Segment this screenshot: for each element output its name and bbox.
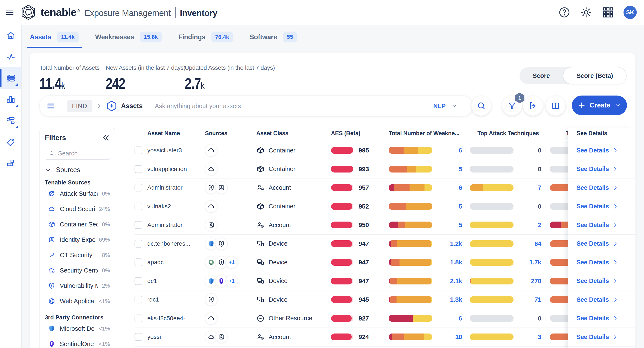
attack-techniques-count[interactable]: 0 bbox=[538, 315, 541, 322]
more-sources-badge[interactable]: +1 bbox=[226, 275, 238, 287]
severity-bar[interactable] bbox=[388, 221, 432, 228]
severity-bar[interactable] bbox=[470, 240, 514, 247]
app-launcher-grid-icon[interactable] bbox=[602, 6, 614, 18]
severity-bar[interactable] bbox=[388, 334, 432, 340]
row-checkbox[interactable] bbox=[134, 184, 142, 191]
severity-bar[interactable] bbox=[470, 334, 514, 340]
attack-techniques-count[interactable]: 2 bbox=[538, 221, 541, 229]
severity-bar[interactable] bbox=[388, 203, 432, 210]
filter-source-item-sentinelone[interactable]: SentinelOne <1% bbox=[45, 336, 110, 348]
see-details-link[interactable]: See Details bbox=[576, 240, 618, 247]
scope-label[interactable]: Assets bbox=[121, 102, 143, 110]
asset-name[interactable]: apadc bbox=[147, 259, 164, 266]
asset-name[interactable]: rdc1 bbox=[147, 296, 159, 303]
weaknesses-count[interactable]: 1.2k bbox=[450, 240, 462, 247]
severity-bar[interactable] bbox=[470, 315, 514, 322]
weaknesses-count[interactable]: 6 bbox=[459, 315, 462, 322]
weaknesses-count[interactable]: 1.8k bbox=[450, 259, 462, 266]
create-button[interactable]: Create bbox=[572, 96, 627, 115]
query-menu-icon[interactable] bbox=[46, 101, 56, 111]
severity-bar[interactable] bbox=[388, 259, 432, 266]
filter-source-item-webapp[interactable]: Web Applicatio... <1% bbox=[45, 293, 110, 309]
columns-button[interactable] bbox=[546, 96, 566, 116]
see-details-link[interactable]: See Details bbox=[576, 221, 618, 229]
asset-name[interactable]: Administrator bbox=[147, 184, 182, 191]
see-details-link[interactable]: See Details bbox=[576, 166, 618, 173]
row-checkbox[interactable] bbox=[134, 258, 142, 266]
find-keyword-pill[interactable]: FIND bbox=[67, 100, 92, 112]
user-avatar[interactable]: SK bbox=[624, 6, 637, 19]
col-header-asset-class[interactable]: Asset Class bbox=[256, 130, 331, 137]
severity-bar[interactable] bbox=[470, 166, 514, 173]
filter-source-item-attack-surface[interactable]: Attack Surface ... 0% bbox=[45, 186, 110, 201]
col-header-aes[interactable]: AES (Beta) bbox=[331, 130, 388, 137]
sources-group-toggle[interactable]: Sources bbox=[45, 166, 110, 174]
weaknesses-count[interactable]: 1.3k bbox=[450, 296, 462, 303]
see-details-link[interactable]: See Details bbox=[576, 147, 618, 154]
severity-bar[interactable] bbox=[388, 166, 432, 173]
severity-bar[interactable] bbox=[470, 147, 514, 154]
see-details-link[interactable]: See Details bbox=[576, 296, 618, 303]
col-header-asset-name[interactable]: Asset Name bbox=[147, 130, 205, 137]
severity-bar[interactable] bbox=[470, 203, 514, 210]
asset-name[interactable]: dc1 bbox=[147, 278, 157, 284]
settings-gear-icon[interactable] bbox=[580, 6, 592, 18]
see-details-link[interactable]: See Details bbox=[576, 334, 618, 341]
severity-bar[interactable] bbox=[388, 147, 432, 154]
weaknesses-count[interactable]: 10 bbox=[455, 333, 462, 341]
see-details-link[interactable]: See Details bbox=[576, 277, 618, 284]
col-header-attack-techniques[interactable]: Top Attack Techniques bbox=[478, 130, 566, 137]
severity-bar[interactable] bbox=[388, 315, 432, 322]
see-details-link[interactable]: See Details bbox=[576, 315, 618, 322]
tab-findings[interactable]: Findings 76.4k bbox=[178, 31, 234, 48]
nav-item-pulse[interactable] bbox=[0, 46, 21, 67]
attack-techniques-count[interactable]: 1.7k bbox=[529, 259, 541, 266]
row-checkbox[interactable] bbox=[134, 315, 142, 322]
asset-name[interactable]: yossicluster3 bbox=[147, 147, 182, 154]
weaknesses-count[interactable]: 2.1k bbox=[450, 277, 462, 285]
main-menu-icon[interactable] bbox=[5, 7, 14, 17]
nav-item-inventory[interactable] bbox=[0, 67, 21, 89]
attack-techniques-count[interactable]: 0 bbox=[538, 147, 541, 154]
score-toggle-option-0[interactable]: Score bbox=[520, 72, 563, 79]
attack-techniques-count[interactable]: 0 bbox=[538, 166, 541, 173]
attack-techniques-count[interactable]: 71 bbox=[534, 296, 541, 303]
asset-name[interactable]: vulnaks2 bbox=[147, 203, 171, 210]
attack-techniques-count[interactable]: 7 bbox=[538, 184, 541, 191]
nlp-search-input[interactable] bbox=[154, 102, 433, 110]
asset-name[interactable]: dc.tenboneres... bbox=[147, 240, 190, 247]
filter-source-item-security-center[interactable]: Security Center 0% bbox=[45, 263, 110, 278]
severity-bar[interactable] bbox=[470, 259, 514, 266]
help-icon[interactable] bbox=[558, 6, 570, 18]
severity-bar[interactable] bbox=[470, 184, 514, 191]
col-header-weaknesses[interactable]: Total Number of Weakne... bbox=[388, 130, 478, 137]
row-checkbox[interactable] bbox=[134, 277, 142, 285]
nav-item-tag[interactable] bbox=[0, 131, 21, 153]
severity-bar[interactable] bbox=[388, 296, 432, 303]
filter-source-item-identity[interactable]: Identity Expos... 69% bbox=[45, 232, 110, 247]
severity-bar[interactable] bbox=[388, 240, 432, 247]
row-checkbox[interactable] bbox=[134, 240, 142, 248]
search-mode-dropdown[interactable]: NLP bbox=[433, 103, 458, 110]
filter-source-item-ot[interactable]: OT Security 8% bbox=[45, 247, 110, 263]
nav-item-chart[interactable] bbox=[0, 89, 21, 110]
severity-bar[interactable] bbox=[470, 296, 514, 303]
tab-assets[interactable]: Assets 11.4k bbox=[30, 31, 79, 48]
weaknesses-count[interactable]: 5 bbox=[459, 221, 462, 229]
weaknesses-count[interactable]: 5 bbox=[459, 203, 462, 210]
asset-name[interactable]: yossi bbox=[147, 334, 161, 340]
row-checkbox[interactable] bbox=[134, 221, 142, 229]
asset-name[interactable]: eks-f8c50ee4-... bbox=[147, 315, 190, 322]
asset-name[interactable]: vulnapplication bbox=[147, 166, 187, 173]
asset-name[interactable]: Administrator bbox=[147, 221, 182, 228]
weaknesses-count[interactable]: 5 bbox=[459, 166, 462, 173]
filter-source-item-container[interactable]: Container Secur... 0% bbox=[45, 217, 110, 232]
collapse-panel-icon[interactable] bbox=[102, 134, 110, 142]
weaknesses-count[interactable]: 6 bbox=[459, 147, 462, 154]
row-checkbox[interactable] bbox=[134, 296, 142, 303]
nav-item-flow[interactable] bbox=[0, 110, 21, 131]
attack-techniques-count[interactable]: 64 bbox=[534, 240, 541, 247]
severity-bar[interactable] bbox=[388, 278, 432, 284]
see-details-link[interactable]: See Details bbox=[576, 184, 618, 191]
more-sources-badge[interactable]: +1 bbox=[226, 256, 238, 268]
